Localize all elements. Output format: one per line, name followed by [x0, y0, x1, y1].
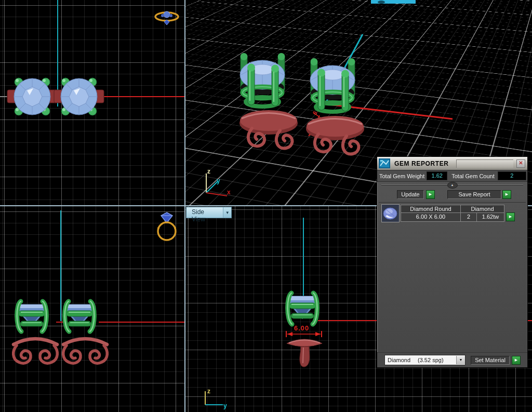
update-go-button[interactable]: ▶ [426, 190, 435, 199]
axis-x-label: x [227, 189, 231, 195]
perspective-view-tab[interactable] [371, 0, 416, 4]
collapse-up-icon: ▲ [451, 183, 454, 187]
axis-z-label: z [207, 388, 210, 394]
material-dropdown-value: Diamond [388, 357, 410, 363]
scroll-jacket-front-model [10, 335, 60, 367]
green-arrow-icon: ▶ [429, 192, 432, 196]
gem-thumbnail [381, 204, 400, 222]
scroll-jacket-side-model [285, 336, 324, 369]
side-view-dropdown[interactable]: Side View ▼ [186, 207, 232, 218]
viewport-top-view[interactable] [0, 0, 184, 205]
x-axis-line [99, 322, 184, 323]
dropdown-arrow-icon[interactable]: ▼ [456, 356, 465, 364]
gem-size-cell: 6.00 X 6.00 [401, 213, 460, 221]
scroll-jacket-perspective-model [303, 111, 370, 161]
gem-info-table: Diamond Round Diamond 6.00 X 6.00 2 1.62… [401, 205, 504, 222]
gem-list-area: Diamond Round Diamond 6.00 X 6.00 2 1.62… [379, 202, 526, 352]
collapse-divider: ▲ [377, 182, 527, 188]
panel-buttons-row: Update ▶ Save Report ▶ [377, 188, 527, 201]
gem-count-cell: 2 [461, 213, 476, 221]
gem-row-go-button[interactable]: ▶ [506, 212, 515, 221]
green-arrow-icon: ▶ [506, 192, 508, 196]
axis-z-label: z [207, 168, 210, 175]
tab-ring-icon [378, 1, 385, 4]
total-gem-count-value: 2 [498, 171, 526, 180]
collapse-button[interactable]: ▲ [447, 182, 458, 189]
axis-y-label: y [217, 178, 220, 184]
gem-reporter-panel: GEM REPORTER ✕ Total Gem Weight 1.62 Tot… [377, 157, 527, 367]
green-arrow-icon: ▶ [509, 215, 512, 218]
titlebar-groove [456, 160, 513, 168]
gem-setting-front-model [15, 297, 49, 336]
gem-setting-side-model [282, 290, 323, 329]
green-arrow-icon: ▶ [515, 358, 517, 362]
gem-setting-perspective-model [301, 53, 365, 119]
update-button[interactable]: Update [397, 190, 424, 199]
set-material-go-button[interactable]: ▶ [512, 356, 521, 365]
x-axis-line [101, 96, 184, 97]
scroll-jacket-perspective-model [236, 105, 304, 155]
gem-setting-front-model [62, 297, 97, 336]
side-view-label: Side View [187, 207, 223, 218]
z-axis-line [60, 210, 61, 321]
ring-side-view-icon [153, 4, 182, 26]
gem-weight-cell: 1.62tw [477, 213, 504, 221]
material-bar: Diamond (3.52 spg) ▼ Set Material ▶ [377, 352, 527, 367]
set-material-button[interactable]: Set Material [471, 356, 510, 365]
save-report-button[interactable]: Save Report [447, 190, 501, 199]
scroll-jacket-front-model [60, 335, 110, 367]
axis-y-label: y [223, 403, 227, 409]
chevron-down-icon[interactable]: ▼ [223, 207, 231, 218]
material-dropdown[interactable]: Diamond (3.52 spg) ▼ [384, 355, 466, 365]
gem-cut-header: Diamond Round [401, 205, 460, 212]
earring-top-view-model [53, 73, 105, 121]
earring-top-view-model [6, 73, 58, 121]
panel-titlebar[interactable]: GEM REPORTER ✕ [377, 157, 527, 170]
panel-title: GEM REPORTER [394, 160, 449, 167]
gem-stats-row: Total Gem Weight 1.62 Total Gem Count 2 [377, 170, 527, 182]
material-density: (3.52 spg) [418, 357, 444, 363]
gem-reporter-icon [379, 158, 390, 168]
ring-front-view-icon [154, 210, 180, 242]
close-button[interactable]: ✕ [516, 160, 525, 168]
gem-list-row[interactable]: Diamond Round Diamond 6.00 X 6.00 2 1.62… [381, 204, 515, 222]
total-gem-weight-value: 1.62 [427, 171, 447, 180]
save-report-go-button[interactable]: ▶ [502, 190, 511, 199]
total-gem-count-label: Total Gem Count [449, 173, 497, 179]
app-window: z y x 6.0 [0, 0, 532, 412]
z-axis-line [303, 218, 304, 296]
gem-setting-perspective-model [231, 48, 295, 114]
total-gem-weight-label: Total Gem Weight [377, 173, 427, 179]
gem-material-header: Diamond [461, 205, 504, 212]
viewport-front-view[interactable] [0, 206, 184, 412]
close-icon: ✕ [518, 160, 523, 166]
